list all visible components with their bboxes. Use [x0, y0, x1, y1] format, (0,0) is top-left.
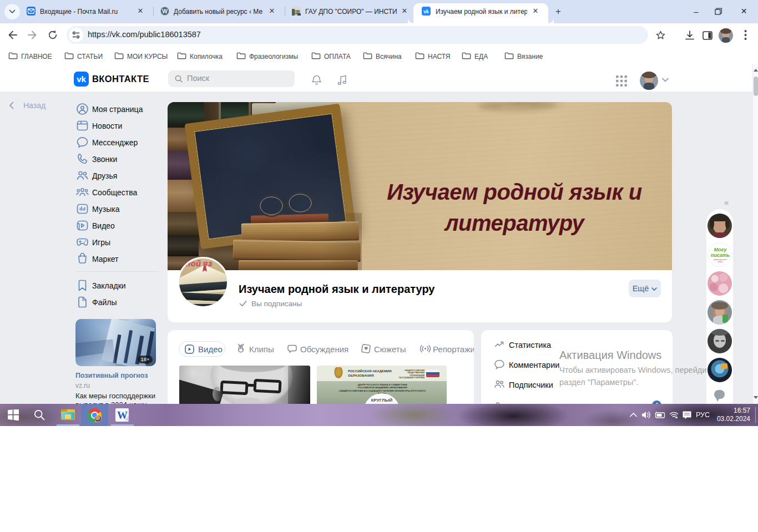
svg-text:vk: vk — [423, 9, 429, 14]
svg-text:W: W — [162, 8, 168, 14]
